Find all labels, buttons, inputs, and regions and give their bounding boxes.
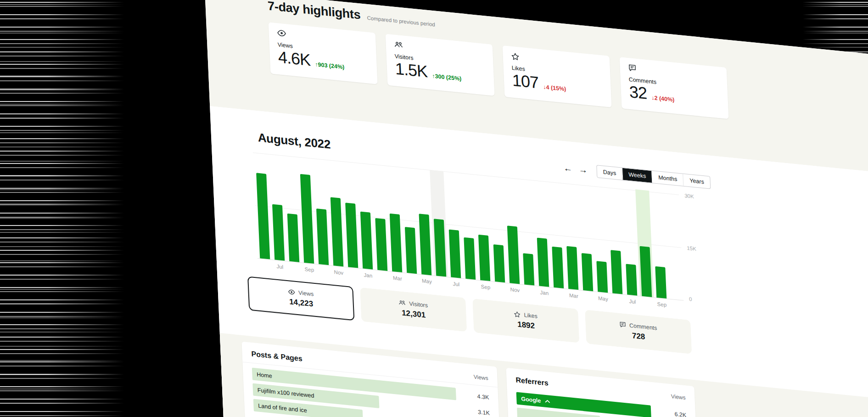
chart-bar[interactable] [507, 225, 520, 284]
item-views-value: 4.3K [462, 391, 489, 400]
posts-pages-panel: Posts & Pages Views Home4.3KFujifilm x10… [241, 342, 503, 417]
granularity-weeks[interactable]: Weeks [622, 168, 652, 182]
x-axis-tick: Jan [540, 290, 549, 296]
x-axis-tick: May [598, 295, 608, 302]
tab-value: 14,223 [289, 297, 314, 309]
highlights-title: 7-day highlights [267, 0, 361, 22]
chart-bar[interactable] [405, 227, 417, 274]
tab-likes[interactable]: Likes 1892 [472, 299, 579, 343]
x-axis-tick: May [422, 278, 432, 284]
item-label: Land of fire and ice [253, 402, 307, 414]
card-value: 32 [629, 84, 647, 102]
x-axis-tick: Nov [334, 269, 343, 276]
posts-pages-title: Posts & Pages [251, 350, 302, 363]
tab-label: Visitors [409, 300, 428, 309]
chart-bar[interactable] [478, 235, 490, 281]
item-views-value: 6.2K [660, 409, 687, 417]
card-trend: ↓4 (15%) [543, 84, 566, 92]
item-label: Home [252, 371, 272, 379]
stats-page: 7-day highlights Compared to previous pe… [205, 0, 868, 417]
y-axis-tick: 0 [689, 296, 692, 302]
chart-bar[interactable] [272, 204, 285, 261]
tab-value: 728 [632, 331, 645, 342]
tab-comments[interactable]: Comments 728 [585, 310, 692, 354]
item-views-value: 3.1K [463, 407, 490, 416]
chart-bar[interactable] [330, 197, 344, 266]
chart-bar[interactable] [287, 214, 300, 262]
highlight-card-comments: Comments 32 ↓2 (40%) [620, 57, 729, 119]
item-label: Google [516, 395, 541, 404]
y-axis-tick: 30K [684, 193, 694, 199]
tab-value: 1892 [517, 320, 535, 331]
x-axis-tick: Jul [276, 264, 283, 270]
chart-bar[interactable] [566, 246, 578, 290]
x-axis-tick: Mar [569, 293, 578, 299]
x-axis-tick: Sep [304, 266, 314, 273]
highlight-card-views: Views 4.6K ↑903 (24%) [269, 22, 378, 84]
x-axis-tick: Sep [481, 284, 490, 290]
chart-bar[interactable] [523, 253, 534, 285]
chart-bar[interactable] [375, 218, 387, 271]
next-period-button[interactable]: → [578, 165, 588, 175]
x-axis-tick: Nov [510, 287, 520, 293]
chart-bar[interactable] [300, 174, 314, 264]
previous-period-button[interactable]: ← [563, 163, 572, 173]
chart-bar[interactable] [316, 208, 329, 265]
granularity-years[interactable]: Years [683, 174, 711, 188]
x-axis-tick: Mar [393, 275, 402, 282]
chevron-up-icon[interactable] [545, 400, 550, 403]
eye-icon [288, 289, 296, 295]
highlight-card-visitors: Visitors 1.5K ↑300 (25%) [386, 34, 495, 96]
card-trend: ↑300 (25%) [432, 73, 462, 82]
tab-label: Likes [524, 312, 538, 320]
chart-bar[interactable] [596, 261, 608, 293]
chart-bar[interactable] [256, 173, 270, 259]
chart-bar[interactable] [537, 238, 549, 287]
chart-bar[interactable] [464, 237, 476, 280]
people-icon [398, 299, 406, 306]
tab-value: 12,301 [402, 308, 426, 320]
referrers-panel: Referrers Views Google6.2K [506, 368, 700, 417]
chart-bar[interactable] [360, 212, 373, 270]
item-label: Fujifilm x100 reviewed [253, 386, 314, 399]
period-title: August, 2022 [258, 130, 331, 152]
chart-bar[interactable] [449, 230, 461, 278]
chart-bar[interactable] [610, 250, 622, 294]
y-axis-tick: 15K [687, 245, 696, 252]
granularity-days[interactable]: Days [597, 165, 622, 180]
granularity-months[interactable]: Months [652, 171, 683, 186]
card-value: 1.5K [395, 60, 428, 80]
card-value: 107 [512, 72, 539, 91]
star-icon [514, 310, 521, 317]
tab-visitors[interactable]: Visitors 12,301 [360, 287, 467, 332]
x-axis-tick: Jul [453, 281, 459, 287]
torn-edge-left [0, 0, 138, 417]
tab-views[interactable]: Views 14,223 [247, 276, 354, 321]
granularity-toggle: Days Weeks Months Years [596, 165, 711, 189]
card-trend: ↓2 (40%) [651, 95, 675, 103]
chart-bar[interactable] [552, 247, 564, 288]
chart-bar[interactable] [345, 203, 358, 268]
card-value: 4.6K [278, 49, 311, 68]
highlights-subtitle: Compared to previous period [367, 15, 435, 28]
views-column-header: Views [473, 374, 488, 382]
tab-label: Comments [629, 322, 657, 331]
chart-bar[interactable] [655, 266, 666, 299]
chart-bar[interactable] [390, 214, 403, 272]
item-label [517, 414, 522, 414]
x-axis-tick: Sep [657, 301, 666, 308]
chart-bar[interactable] [493, 244, 505, 282]
x-axis-tick: Jul [629, 299, 636, 304]
chart-bar[interactable] [582, 253, 594, 291]
highlight-card-likes: Likes 107 ↓4 (15%) [503, 45, 612, 107]
tab-label: Views [298, 289, 314, 297]
comment-icon [619, 321, 627, 328]
chart-bar[interactable] [419, 214, 432, 275]
chart-bar[interactable] [626, 264, 637, 296]
x-axis-tick: Jan [364, 272, 372, 279]
card-trend: ↑903 (24%) [315, 61, 345, 70]
